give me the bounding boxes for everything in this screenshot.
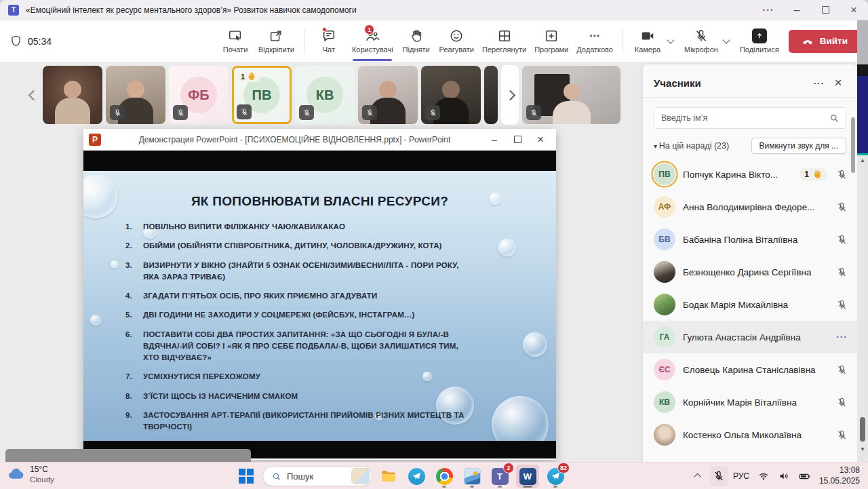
language-indicator[interactable]: РУС [730,466,752,486]
leave-button[interactable]: Вийти [789,30,860,53]
participant-row[interactable]: Костенко Ольга Миколаївна [643,418,857,451]
teams-badge: 2 [503,463,514,473]
participant-search-input[interactable] [654,113,829,123]
participant-avatar: ЄС [654,359,675,380]
powerpoint-titlebar: P Демонстрация PowerPoint - [ПСИХОЕМОЦІЙ… [83,129,556,151]
start-button[interactable] [235,465,258,488]
ppt-minimize-icon[interactable] [483,130,506,150]
participant-tile[interactable] [106,66,165,124]
window-more-icon[interactable] [754,0,783,20]
participants-more-icon[interactable] [810,75,829,91]
unpin-button[interactable]: Відкріпити [254,26,298,56]
participants-close-icon[interactable] [829,75,848,91]
participant-avatar: АФ [654,196,675,218]
battery-icon[interactable] [795,466,814,486]
chrome-icon [436,468,453,485]
share-button[interactable]: Поділитися [736,26,783,56]
window-close-icon[interactable] [840,0,868,20]
edge-segment [857,76,868,153]
mic-muted-icon [836,169,848,180]
participant-search[interactable] [654,107,846,129]
cloud-icon [7,465,25,484]
participant-tile[interactable]: КВ [295,66,355,124]
pinned-video-tile[interactable] [522,66,620,124]
weather-widget[interactable]: 15°C Cloudy [7,465,54,484]
taskbar-file-explorer[interactable] [377,465,400,488]
react-button[interactable]: Реагувати [435,26,478,56]
share-icon [752,28,767,43]
taskbar-photos[interactable] [460,465,484,488]
participant-tile[interactable]: ПВ 1 [232,66,292,124]
taskbar-chrome[interactable] [433,465,456,488]
tray-mic-muted-icon[interactable] [710,466,728,486]
participant-tile[interactable] [421,66,481,124]
mute-all-button[interactable]: Вимкнути звук для ... [751,138,846,154]
participant-row[interactable]: АФ Анна Володимирівна Федоре... [643,191,857,223]
edge-segment [857,64,868,76]
taskbar-telegram-2[interactable]: 82 [544,465,567,488]
participant-row[interactable]: Безнощенко Дарина Сергіївна [643,256,857,288]
window-minimize-icon[interactable] [783,0,811,20]
participant-tile[interactable]: ФБ [169,66,229,124]
shared-powerpoint-window: P Демонстрация PowerPoint - [ПСИХОЕМОЦІЙ… [83,129,556,460]
screenshare-icon [228,28,243,43]
raised-hand-icon [812,169,823,180]
participant-row[interactable]: Бодак Марія Михайлівна [643,288,857,321]
scroll-down-arrow[interactable]: ▼ [860,446,865,452]
mic-muted-icon [694,28,709,43]
slide-bullet-item: ДВІ ГОДИНИ НЕ ЗАХОДИТИ У СОЦМЕРЕЖІ (ФЕЙС… [125,309,468,321]
meeting-timer: 05:34 [28,36,52,47]
window-maximize-icon[interactable] [811,0,840,20]
participant-row[interactable]: ЄС Єловець Карина Станіславівна [643,353,857,386]
speaker-icon[interactable] [775,466,793,486]
view-button[interactable]: Переглянути [478,26,530,56]
raise-hand-button[interactable]: Підняти [397,26,435,56]
taskbar-telegram[interactable] [405,465,428,488]
participant-tile[interactable] [43,66,102,124]
apps-button[interactable]: Програми [530,26,572,56]
participant-row[interactable]: БВ Бабаніна Поліна Віталіївна [643,223,857,256]
scroll-up-arrow[interactable]: ▲ [860,157,865,163]
mic-button[interactable]: Мікрофон [680,26,722,56]
start-share-button[interactable]: Почати [216,26,254,56]
more-button[interactable]: ··· Додатково [572,26,617,56]
participant-row[interactable]: ГА Гулюта Анастасія Андріївна [643,321,857,353]
background-scrollbar-thumb[interactable] [860,417,865,442]
participant-tile[interactable] [484,66,498,124]
taskbar-clock[interactable]: 13:08 15.05.2025 [816,465,863,486]
participants-list: ПВ Попчук Карина Вікто... 1 АФ Анна Воло… [643,158,857,451]
tray-chevron-up-icon[interactable] [690,466,707,486]
camera-chevron-down-icon[interactable] [667,36,674,43]
taskbar-word[interactable]: W [516,465,539,488]
divider [304,28,304,54]
windows-icon [239,469,254,484]
camera-button[interactable]: Камера [629,26,667,56]
ppt-maximize-icon[interactable] [506,130,529,150]
raised-hand-badge: 1 [800,168,827,181]
participant-avatar [654,424,675,446]
video-silhouette [484,66,498,124]
mic-muted-icon [836,429,848,441]
mic-muted-icon [836,397,848,408]
in-meeting-section-label[interactable]: На цій нараді (23) [654,141,729,151]
search-icon [271,471,281,482]
smiley-icon [449,28,464,43]
bubble-decoration [111,260,119,269]
strip-chevron-right-icon[interactable] [501,65,519,125]
participant-row[interactable]: КВ Корнійчик Марія Віталіївна [643,386,857,418]
ppt-close-icon[interactable] [529,130,552,150]
chat-button[interactable]: Чат [310,26,348,56]
strip-chevron-left-icon[interactable] [27,65,39,125]
panel-scrollbar-thumb[interactable] [851,117,855,173]
mic-muted-icon [836,234,848,246]
participant-more-icon[interactable] [836,332,848,343]
weather-temperature: 15°C [30,465,54,475]
taskbar-search[interactable]: Пошук [262,466,372,486]
wifi-icon[interactable] [755,466,772,486]
mic-chevron-down-icon[interactable] [722,36,730,43]
participant-row[interactable]: ПВ Попчук Карина Вікто... 1 [643,158,857,191]
add-apps-icon [544,28,559,43]
participant-tile[interactable] [358,66,418,124]
people-button[interactable]: 1 Користувачі [348,26,397,56]
taskbar-teams[interactable]: T2 [488,465,511,488]
